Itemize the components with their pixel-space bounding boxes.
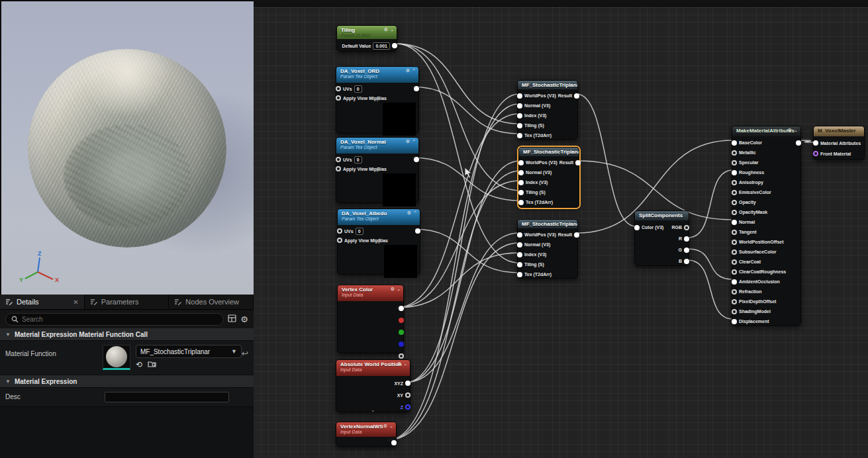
display-filter-icon[interactable] [228,314,236,324]
node-header[interactable]: VertexNormalWSInput Data⚙⌄ [336,422,396,437]
chevron-down-icon[interactable]: ⌄ [389,424,393,429]
Normal (V3)-input-pin[interactable] [518,170,524,175]
mf-stochastic-triplanar-2-node[interactable]: MF_StochasticTriplanarWorldPos (V3)Resul… [518,147,579,208]
makematerialattributes-node[interactable]: MakeMaterialAttributes⚙⌄BaseColorMetalli… [732,126,801,326]
out-output-pin[interactable] [391,440,397,445]
Front Material-input-pin[interactable] [813,151,818,156]
tab-parameters[interactable]: Parameters [85,295,169,309]
value-box[interactable]: 0.001 [373,42,390,50]
Anisotropy-input-pin[interactable] [732,180,737,185]
node-header[interactable]: Absolute World PositionInput Data⚙⌄ [336,360,410,376]
EmissiveColor-input-pin[interactable] [732,190,737,195]
Tangent-input-pin[interactable] [732,230,737,235]
node-header[interactable]: DA_Voxel_ORDParam Tex Object⚙⌃ [336,67,418,83]
Material Attributes-input-pin[interactable] [813,140,818,146]
gear-icon[interactable]: ⚙ [384,27,388,32]
B-output-pin[interactable] [684,259,689,264]
Tex (T2dArr)-input-pin[interactable] [517,272,522,277]
chevron-down-icon[interactable]: ⌄ [794,128,798,133]
out-output-pin[interactable] [399,342,404,347]
mf-stochastic-triplanar-3-node[interactable]: MF_StochasticTriplanarWorldPos (V3)Resul… [517,219,578,279]
Specular-input-pin[interactable] [732,160,737,165]
chevron-down-icon[interactable]: ⌄ [390,27,394,32]
AmbientOcclusion-input-pin[interactable] [732,279,737,285]
Tex (T2dArr)-input-pin[interactable] [517,133,522,138]
G-output-pin[interactable] [684,248,689,253]
WorldPos (V3)-input-pin[interactable] [518,160,524,165]
material-graph-canvas[interactable]: TilingParam (0.001)⚙⌄Default Value0.001D… [254,0,868,458]
gear-icon[interactable]: ⚙ [407,210,411,216]
m-voxelmaster-node[interactable]: M_VoxelMasterMaterial AttributesFront Ma… [813,126,865,160]
BaseColor-input-pin[interactable] [732,140,737,146]
Refraction-input-pin[interactable] [732,289,737,295]
Tiling (S)-input-pin[interactable] [517,123,522,128]
Result-output-pin[interactable] [574,93,579,99]
tiling-node[interactable]: TilingParam (0.001)⚙⌄Default Value0.001 [336,25,397,52]
node-header[interactable]: DA_Voxel_NormalParam Tex Object⚙⌃ [336,138,418,154]
material-preview-viewport[interactable]: Z Y X [0,0,254,295]
gear-icon[interactable]: ⚙ [406,139,410,144]
Index (V3)-input-pin[interactable] [517,113,522,118]
absolute-world-position-node[interactable]: Absolute World PositionInput Data⚙⌄XYZXY… [336,359,410,412]
value-box[interactable]: 0 [354,85,362,93]
Displacement-input-pin[interactable] [732,319,737,324]
Normal (V3)-input-pin[interactable] [517,242,522,248]
Tiling (S)-input-pin[interactable] [517,262,522,267]
WorldPos (V3)-input-pin[interactable] [517,93,522,99]
expand-chevron-icon[interactable]: ⌄ [336,97,418,103]
expand-chevron-icon[interactable]: ⌄ [338,240,420,245]
section-material-function-call[interactable]: ▼ Material Expression Material Function … [0,328,254,341]
gear-icon[interactable]: ⚙ [391,287,395,292]
search-box[interactable] [5,313,224,326]
node-header[interactable]: MF_StochasticTriplanar [519,148,579,156]
node-header[interactable]: Vertex ColorInput Data⚙⌄ [338,285,403,301]
UVs-output-pin[interactable] [415,228,420,234]
Default Value-output-pin[interactable] [392,43,397,48]
UVs-output-pin[interactable] [414,157,419,162]
desc-input[interactable] [105,392,229,402]
SubsurfaceColor-input-pin[interactable] [732,250,737,255]
section-material-expression[interactable]: ▼ Material Expression [0,375,254,388]
Color (V3)-input-pin[interactable] [634,225,640,230]
splitcomponents-node[interactable]: SplitComponentsColor (V3)RGBRGB [634,210,689,266]
ClearCoatRoughness-input-pin[interactable] [732,269,737,275]
gear-icon[interactable]: ⚙ [397,361,401,367]
da-voxel-ord-node[interactable]: DA_Voxel_ORDParam Tex Object⚙⌃UVs0Apply … [336,66,419,134]
Result-output-pin[interactable] [575,160,581,165]
expand-chevron-icon[interactable]: ⌄ [336,168,418,173]
out-output-pin[interactable] [399,318,404,323]
UVs-input-pin[interactable] [337,228,342,234]
UVs-output-pin[interactable] [414,86,419,91]
node-header[interactable]: SplitComponents [635,211,689,220]
Tex (T2dArr)-input-pin[interactable] [518,200,524,205]
value-box[interactable]: 0 [356,228,363,235]
out-output-pin[interactable] [399,306,404,311]
out-output-pin[interactable] [399,330,404,335]
ShadingModel-input-pin[interactable] [732,309,737,314]
chevron-down-icon[interactable]: ⌄ [397,287,401,292]
chevron-up-icon[interactable]: ⌃ [412,139,416,144]
vertex-color-node[interactable]: Vertex ColorInput Data⚙⌄ [337,285,404,353]
node-header[interactable]: DA_Voxel_AlbedoParam Tex Object⚙⌃ [338,209,420,225]
UVs-input-pin[interactable] [336,157,341,162]
XYZ-output-pin[interactable] [405,381,410,386]
value-box[interactable]: 0 [354,156,362,163]
node-header[interactable]: MF_StochasticTriplanar [518,81,577,89]
Result-output-pin[interactable] [574,232,579,238]
node-header[interactable]: M_VoxelMaster [814,126,864,136]
ClearCoat-input-pin[interactable] [732,259,737,265]
expand-chevron-icon[interactable]: ⌄ [336,408,410,413]
vertexnormalws-node[interactable]: VertexNormalWSInput Data⚙⌄ [336,422,397,447]
node-header[interactable]: MakeMaterialAttributes⚙⌄ [732,126,800,136]
RGB-output-pin[interactable] [684,225,689,230]
search-input[interactable] [22,316,218,323]
node-header[interactable]: TilingParam (0.001)⚙⌄ [337,26,397,39]
settings-gear-icon[interactable]: ⚙ [240,315,248,324]
R-output-pin[interactable] [684,236,689,242]
Normal (V3)-input-pin[interactable] [517,103,522,109]
Roughness-input-pin[interactable] [732,170,737,175]
tab-nodes-overview[interactable]: Nodes Overview [169,295,254,309]
close-tab-icon[interactable]: ✕ [73,298,78,306]
reset-to-default-icon[interactable]: ↩ [242,345,248,358]
browse-asset-icon[interactable] [148,360,156,369]
